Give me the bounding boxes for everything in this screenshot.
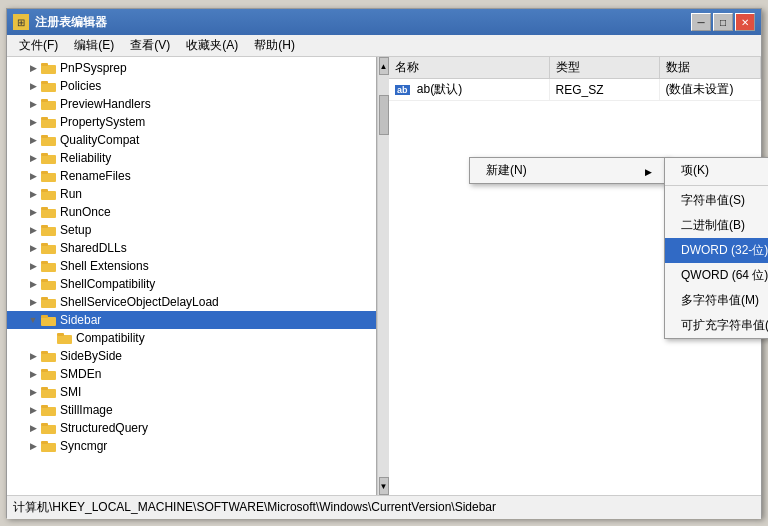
maximize-button[interactable]: □ xyxy=(713,13,733,31)
tree-item-propertysystem[interactable]: PropertySystem xyxy=(7,113,376,131)
expand-arrow xyxy=(27,98,39,110)
tree-label: Policies xyxy=(60,79,101,93)
tree-item-stillimage[interactable]: StillImage xyxy=(7,401,376,419)
tree-panel[interactable]: PnPSysprep Policies PreviewHandlers xyxy=(7,57,377,495)
tree-item-qualitycompat[interactable]: QualityCompat xyxy=(7,131,376,149)
folder-icon xyxy=(41,97,57,111)
svg-rect-9 xyxy=(41,135,48,138)
menu-help[interactable]: 帮助(H) xyxy=(246,35,303,56)
svg-rect-6 xyxy=(41,119,56,128)
tree-item-runonce[interactable]: RunOnce xyxy=(7,203,376,221)
tree-item-previewhandlers[interactable]: PreviewHandlers xyxy=(7,95,376,113)
tree-item-shellcompat[interactable]: ShellCompatibility xyxy=(7,275,376,293)
tree-item-run[interactable]: Run xyxy=(7,185,376,203)
expand-arrow xyxy=(27,116,39,128)
tree-item-renamefiles[interactable]: RenameFiles xyxy=(7,167,376,185)
folder-icon xyxy=(41,313,57,327)
menu-edit[interactable]: 编辑(E) xyxy=(66,35,122,56)
default-value-label: ab(默认) xyxy=(417,82,462,96)
ctx-item-key[interactable]: 项(K) xyxy=(665,158,768,183)
svg-rect-5 xyxy=(41,99,48,102)
svg-rect-28 xyxy=(41,317,56,326)
expand-arrow xyxy=(27,188,39,200)
tree-item-structuredquery[interactable]: StructuredQuery xyxy=(7,419,376,437)
expand-arrow-pnpsysprep xyxy=(27,62,39,74)
tree-item-pnpsysprep[interactable]: PnPSysprep xyxy=(7,59,376,77)
svg-rect-10 xyxy=(41,155,56,164)
svg-rect-1 xyxy=(41,63,48,66)
expand-arrow xyxy=(27,314,39,326)
ctx-label: 二进制值(B) xyxy=(681,217,745,234)
scroll-thumb[interactable] xyxy=(379,95,389,135)
expand-arrow xyxy=(27,152,39,164)
tree-item-shareddlls[interactable]: SharedDLLs xyxy=(7,239,376,257)
expand-arrow xyxy=(27,296,39,308)
tree-label: StructuredQuery xyxy=(60,421,148,435)
folder-icon xyxy=(41,115,57,129)
tree-item-syncmgr[interactable]: Syncmgr xyxy=(7,437,376,455)
tree-label: SMDEn xyxy=(60,367,101,381)
tree-label: Compatibility xyxy=(76,331,145,345)
ctx-item-qword[interactable]: QWORD (64 位)值(Q) xyxy=(665,263,768,288)
folder-icon xyxy=(41,223,57,237)
close-button[interactable]: ✕ xyxy=(735,13,755,31)
col-data: 数据 xyxy=(659,57,761,79)
menu-view[interactable]: 查看(V) xyxy=(122,35,178,56)
window-icon: ⊞ xyxy=(13,14,29,30)
tree-item-reliability[interactable]: Reliability xyxy=(7,149,376,167)
ctx-item-multistring[interactable]: 多字符串值(M) xyxy=(665,288,768,313)
folder-icon xyxy=(41,367,57,381)
cell-type: REG_SZ xyxy=(549,79,659,101)
expand-arrow xyxy=(43,332,55,344)
svg-rect-8 xyxy=(41,137,56,146)
ctx-item-dword[interactable]: DWORD (32-位)值(D) xyxy=(665,238,768,263)
svg-rect-7 xyxy=(41,117,48,120)
ctx-item-binary[interactable]: 二进制值(B) xyxy=(665,213,768,238)
tree-item-smden[interactable]: SMDEn xyxy=(7,365,376,383)
folder-icon xyxy=(41,385,57,399)
ctx-new-item[interactable]: 新建(N) xyxy=(470,158,668,183)
tree-label: RunOnce xyxy=(60,205,111,219)
tree-item-shellextensions[interactable]: Shell Extensions xyxy=(7,257,376,275)
expand-arrow xyxy=(27,278,39,290)
ctx-item-expandstring[interactable]: 可扩充字符串值(E) xyxy=(665,313,768,338)
tree-scrollbar[interactable]: ▲ ▼ xyxy=(377,57,389,495)
tree-item-shellservice[interactable]: ShellServiceObjectDelayLoad xyxy=(7,293,376,311)
svg-rect-4 xyxy=(41,101,56,110)
minimize-button[interactable]: ─ xyxy=(691,13,711,31)
tree-label: Setup xyxy=(60,223,91,237)
ctx-label: DWORD (32-位)值(D) xyxy=(681,242,768,259)
menu-bar: 文件(F) 编辑(E) 查看(V) 收藏夹(A) 帮助(H) xyxy=(7,35,761,57)
svg-rect-35 xyxy=(41,369,48,372)
submenu-arrow-icon xyxy=(645,164,652,178)
expand-arrow xyxy=(27,260,39,272)
expand-arrow xyxy=(27,440,39,452)
svg-rect-26 xyxy=(41,299,56,308)
tree-label: PreviewHandlers xyxy=(60,97,151,111)
tree-label: SharedDLLs xyxy=(60,241,127,255)
context-menu: 新建(N) xyxy=(469,157,669,184)
svg-rect-37 xyxy=(41,387,48,390)
tree-item-sidebyside[interactable]: SideBySide xyxy=(7,347,376,365)
svg-rect-25 xyxy=(41,279,48,282)
expand-arrow xyxy=(27,350,39,362)
svg-rect-2 xyxy=(41,83,56,92)
svg-rect-34 xyxy=(41,371,56,380)
svg-rect-13 xyxy=(41,171,48,174)
svg-rect-18 xyxy=(41,227,56,236)
folder-icon xyxy=(41,259,57,273)
tree-item-smi[interactable]: SMI xyxy=(7,383,376,401)
tree-label: SideBySide xyxy=(60,349,122,363)
svg-rect-30 xyxy=(57,335,72,344)
tree-item-policies[interactable]: Policies xyxy=(7,77,376,95)
ctx-label: 字符串值(S) xyxy=(681,192,745,209)
ctx-item-string[interactable]: 字符串值(S) xyxy=(665,188,768,213)
tree-item-setup[interactable]: Setup xyxy=(7,221,376,239)
menu-favorites[interactable]: 收藏夹(A) xyxy=(178,35,246,56)
tree-item-sidebar[interactable]: Sidebar xyxy=(7,311,376,329)
tree-item-compatibility[interactable]: Compatibility xyxy=(7,329,376,347)
table-row[interactable]: ab ab(默认) REG_SZ (数值未设置) xyxy=(389,79,761,101)
ab-icon: ab xyxy=(395,85,410,95)
menu-file[interactable]: 文件(F) xyxy=(11,35,66,56)
tree-label: RenameFiles xyxy=(60,169,131,183)
